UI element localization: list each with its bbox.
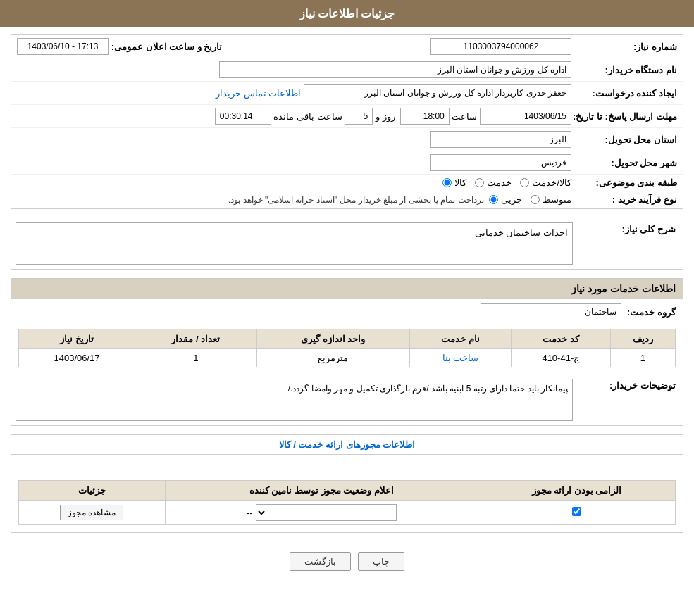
- contact-link[interactable]: اطلاعات تماس خریدار: [216, 88, 301, 99]
- footer-buttons: چاپ بازگشت: [11, 541, 683, 582]
- radio-kala-khedmat-input[interactable]: [520, 178, 529, 187]
- service-group-row: گروه خدمت:: [11, 299, 683, 325]
- deadline-time-input[interactable]: [400, 108, 450, 125]
- radio-motavaset-input[interactable]: [531, 195, 540, 204]
- table-row: 1 ج-41-410 ساخت بنا مترمربع 1 1403/06/17: [19, 349, 676, 367]
- category-label: طبقه بندی موضوعی:: [571, 177, 677, 188]
- purchase-type-label: نوع فرآیند خرید :: [571, 194, 677, 205]
- time-label: ساعت: [452, 111, 477, 122]
- col-details: جزئیات: [19, 481, 166, 501]
- category-radio-group: کالا/خدمت خدمت کالا: [442, 177, 571, 188]
- services-table: ردیف کد خدمت نام خدمت واحد اندازه گیری ت…: [18, 329, 676, 367]
- table-row: -- مشاهده مجوز: [19, 501, 676, 525]
- motavaset-label: متوسط: [543, 194, 571, 205]
- col-required: الزامی بودن ارائه مجوز: [478, 481, 675, 501]
- need-number-input[interactable]: [430, 38, 571, 55]
- row-deadline: مهلت ارسال پاسخ: تا تاریخ: ساعت روز و سا…: [11, 105, 683, 128]
- page-wrapper: جزئیات اطلاعات نیاز شماره نیاز: تاریخ و …: [0, 0, 694, 616]
- status-select[interactable]: [256, 504, 397, 521]
- col-date: تاریخ نیاز: [19, 329, 135, 349]
- deadline-label: مهلت ارسال پاسخ: تا تاریخ:: [571, 111, 677, 122]
- row-city: شهر محل تحویل:: [11, 151, 683, 175]
- row-buyer-org: نام دستگاه خریدار:: [11, 58, 683, 82]
- col-unit: واحد اندازه گیری: [256, 329, 410, 349]
- page-title: جزئیات اطلاعات نیاز: [0, 0, 694, 27]
- remaining-label: ساعت باقی مانده: [273, 111, 342, 122]
- need-desc-label: شرح کلی نیاز:: [577, 218, 683, 269]
- remaining-input[interactable]: [215, 108, 271, 125]
- buyer-notes-value: پیمانکار باید حتما دارای رتبه 5 ابنیه با…: [16, 379, 573, 421]
- buyer-notes-label: توضیحات خریدار:: [577, 375, 683, 425]
- service-group-input[interactable]: [481, 303, 621, 320]
- announcement-input[interactable]: [17, 38, 109, 55]
- col-status: اعلام وضعیت مجوز توسط نامین کننده: [165, 481, 478, 501]
- city-label: شهر محل تحویل:: [571, 158, 677, 168]
- back-button[interactable]: بازگشت: [290, 552, 351, 571]
- jozii-label: جزیی: [501, 194, 522, 205]
- permissions-table: الزامی بودن ارائه مجوز اعلام وضعیت مجوز …: [18, 480, 676, 525]
- services-section: اطلاعات خدمات مورد نیاز گروه خدمت: ردیف …: [11, 278, 683, 426]
- purchase-radio-group: متوسط جزیی: [489, 194, 571, 205]
- view-permit-button[interactable]: مشاهده مجوز: [60, 505, 123, 520]
- radio-khedmat-input[interactable]: [475, 178, 484, 187]
- radio-kala[interactable]: کالا: [442, 177, 466, 188]
- main-info-section: شماره نیاز: تاریخ و ساعت اعلان عمومی: نا…: [11, 34, 683, 209]
- services-title: اطلاعات خدمات مورد نیاز: [11, 279, 683, 299]
- row-requester: ایجاد کننده درخواست: اطلاعات تماس خریدار: [11, 82, 683, 105]
- buyer-org-input[interactable]: [219, 61, 571, 78]
- col-name: نام خدمت: [410, 329, 512, 349]
- service-group-label: گروه خدمت:: [627, 307, 676, 318]
- deadline-days-input[interactable]: [345, 108, 373, 125]
- row-province: استان محل تحویل:: [11, 128, 683, 151]
- col-count: تعداد / مقدار: [135, 329, 257, 349]
- row-purchase-type: نوع فرآیند خرید : متوسط جزیی پرداخت تمام…: [11, 191, 683, 208]
- deadline-date-input[interactable]: [480, 108, 571, 125]
- permissions-title[interactable]: اطلاعات مجوزهای ارائه خدمت / کالا: [11, 435, 683, 455]
- need-description-section: شرح کلی نیاز: احداث ساختمان خدماتی: [11, 218, 683, 270]
- kala-khedmat-label: کالا/خدمت: [532, 177, 571, 188]
- radio-khedmat[interactable]: خدمت: [475, 177, 512, 188]
- need-desc-value: احداث ساختمان خدماتی: [16, 222, 573, 265]
- kala-label: کالا: [454, 177, 466, 188]
- row-category: طبقه بندی موضوعی: کالا/خدمت خدمت کالا: [11, 175, 683, 191]
- requester-input[interactable]: [304, 84, 571, 101]
- print-button[interactable]: چاپ: [358, 552, 404, 571]
- row-announcement: شماره نیاز: تاریخ و ساعت اعلان عمومی:: [11, 35, 683, 58]
- main-content: شماره نیاز: تاریخ و ساعت اعلان عمومی: نا…: [0, 27, 694, 589]
- province-label: استان محل تحویل:: [571, 134, 677, 145]
- service-name-link[interactable]: ساخت بنا: [442, 353, 479, 363]
- province-input[interactable]: [430, 131, 571, 148]
- purchase-desc: پرداخت تمام یا بخشی از مبلغ خریداز محل "…: [228, 195, 484, 205]
- radio-jozii[interactable]: جزیی: [489, 194, 522, 205]
- city-input[interactable]: [430, 154, 571, 171]
- announcement-label: تاریخ و ساعت اعلان عمومی:: [111, 42, 223, 52]
- requester-label: ایجاد کننده درخواست:: [571, 88, 677, 99]
- radio-kala-khedmat[interactable]: کالا/خدمت: [520, 177, 571, 188]
- permissions-section: اطلاعات مجوزهای ارائه خدمت / کالا الزامی…: [11, 434, 683, 533]
- need-number-label: شماره نیاز:: [571, 42, 677, 52]
- radio-motavaset[interactable]: متوسط: [531, 194, 571, 205]
- required-checkbox[interactable]: [572, 507, 581, 516]
- buyer-org-label: نام دستگاه خریدار:: [571, 65, 677, 75]
- col-row: ردیف: [610, 329, 675, 349]
- radio-jozii-input[interactable]: [489, 195, 498, 204]
- col-code: کد خدمت: [512, 329, 610, 349]
- radio-kala-input[interactable]: [442, 178, 452, 187]
- days-label: روز و: [376, 111, 395, 122]
- khedmat-label: خدمت: [487, 177, 512, 188]
